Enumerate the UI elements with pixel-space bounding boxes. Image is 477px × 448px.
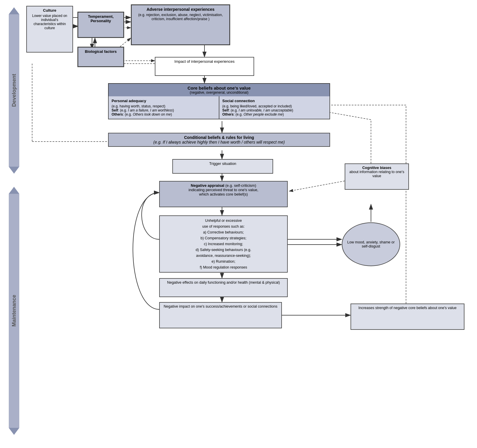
social-connection-body: (e.g. being liked/loved, accepted or inc… bbox=[222, 104, 327, 116]
biological-box: Biological factors bbox=[77, 47, 124, 67]
increases-strength-box: Increases strength of negative core beli… bbox=[351, 304, 464, 330]
unhelpful-box: Unhelpful or excessive use of responses … bbox=[159, 215, 288, 273]
negative-impact-box: Negative impact on one's success/achieve… bbox=[159, 302, 282, 328]
cognitive-biases-body: Cognitive biases about information relat… bbox=[348, 166, 405, 178]
impact-box: Impact of interpersonal experiences bbox=[155, 57, 254, 76]
trigger-box: Trigger situation bbox=[172, 159, 273, 174]
core-beliefs-container: Core beliefs about one's value (negative… bbox=[108, 83, 330, 119]
culture-body: Lower value placed on individual's chara… bbox=[30, 14, 70, 30]
social-connection-box: Social connection (e.g. being liked/love… bbox=[219, 96, 329, 119]
negative-effects-box: Negative effects on daily functioning an… bbox=[159, 278, 288, 297]
conditional-body: Conditional beliefs & rules for living (… bbox=[112, 135, 327, 144]
maintenance-arrow: Maintenance bbox=[9, 187, 19, 435]
diagram-container: Development Maintenance Culture Lower va… bbox=[0, 0, 477, 448]
personal-adequacy-box: Personal adequacy (e.g. having worth, st… bbox=[109, 96, 219, 119]
culture-box: Culture Lower value placed on individual… bbox=[26, 6, 73, 53]
culture-title: Culture bbox=[30, 8, 70, 13]
low-mood-oval: Low mood, anxiety, shame or self-disgust bbox=[342, 222, 400, 266]
adverse-body: (e.g. rejection, exclusion, abuse, negle… bbox=[135, 13, 226, 21]
development-arrow: Development bbox=[9, 7, 19, 174]
core-beliefs-subtitle: (negative, overgeneral, unconditional) bbox=[112, 90, 327, 95]
cognitive-biases-box: Cognitive biases about information relat… bbox=[345, 163, 409, 190]
adverse-box: Adverse interpersonal experiences (e.g. … bbox=[131, 4, 230, 45]
negative-appraisal-box: Negative appraisal (e.g. self-criticism)… bbox=[159, 181, 288, 207]
temperament-box: Temperament, Personality bbox=[77, 12, 124, 38]
svg-line-26 bbox=[289, 181, 345, 191]
impact-body: Impact of interpersonal experiences bbox=[158, 59, 251, 64]
cognitive-biases-subtitle: about information relating to one's valu… bbox=[349, 170, 404, 178]
negative-effects-body: Negative effects on daily functioning an… bbox=[163, 280, 284, 285]
biological-title: Biological factors bbox=[81, 49, 120, 54]
negative-impact-body: Negative impact on one's success/achieve… bbox=[163, 304, 278, 308]
maintenance-label: Maintenance bbox=[11, 295, 17, 327]
conditional-subtitle: (e.g. If I always achieve highly then I … bbox=[153, 140, 285, 144]
social-connection-title: Social connection bbox=[222, 99, 327, 103]
low-mood-body: Low mood, anxiety, shame or self-disgust bbox=[345, 240, 397, 248]
conditional-box: Conditional beliefs & rules for living (… bbox=[108, 133, 330, 147]
core-beliefs-header: Core beliefs about one's value (negative… bbox=[108, 83, 330, 96]
increases-strength-body: Increases strength of negative core beli… bbox=[354, 306, 461, 310]
personal-adequacy-title: Personal adequacy bbox=[112, 99, 216, 103]
negative-appraisal-body: Negative appraisal (e.g. self-criticism)… bbox=[163, 183, 284, 196]
adverse-title: Adverse interpersonal experiences bbox=[135, 7, 226, 12]
cognitive-biases-title: Cognitive biases bbox=[362, 166, 391, 170]
unhelpful-body: Unhelpful or excessive use of responses … bbox=[163, 218, 284, 270]
personal-adequacy-body: (e.g. having worth, status, respect) Sel… bbox=[112, 104, 216, 116]
development-label: Development bbox=[11, 74, 17, 107]
trigger-body: Trigger situation bbox=[176, 161, 270, 166]
conditional-title: Conditional beliefs & rules for living bbox=[184, 135, 254, 140]
temperament-title: Temperament, Personality bbox=[81, 14, 120, 23]
negative-appraisal-title: Negative appraisal bbox=[191, 183, 224, 188]
core-beliefs-columns: Personal adequacy (e.g. having worth, st… bbox=[108, 96, 330, 119]
core-beliefs-title: Core beliefs about one's value bbox=[112, 86, 327, 90]
